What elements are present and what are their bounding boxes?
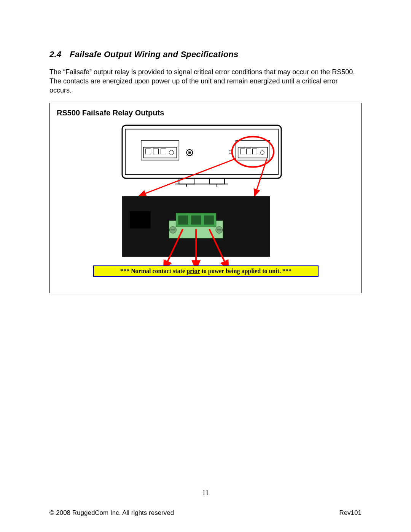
page-number: 11 bbox=[0, 489, 411, 497]
svg-rect-31 bbox=[204, 216, 214, 225]
section-number: 2.4 bbox=[49, 50, 61, 59]
note-underline: prior bbox=[186, 268, 200, 274]
section-title: Failsafe Output Wiring and Specification… bbox=[70, 50, 238, 59]
note-pre: *** Normal contact state bbox=[120, 268, 186, 274]
diagram: Normally Closed Common Normally Open bbox=[50, 122, 361, 285]
footer-copyright: © 2008 RuggedCom Inc. All rights reserve… bbox=[49, 509, 174, 517]
page-footer: © 2008 RuggedCom Inc. All rights reserve… bbox=[49, 509, 362, 517]
svg-rect-30 bbox=[191, 216, 201, 225]
section-heading: 2.4Failsafe Output Wiring and Specificat… bbox=[49, 50, 362, 59]
section-paragraph: The “Failsafe” output relay is provided … bbox=[49, 68, 362, 95]
svg-rect-1 bbox=[125, 129, 278, 174]
figure-box: RS500 Failsafe Relay Outputs bbox=[49, 103, 362, 293]
svg-rect-26 bbox=[130, 211, 151, 228]
figure-title: RS500 Failsafe Relay Outputs bbox=[57, 109, 354, 117]
svg-rect-29 bbox=[178, 216, 188, 225]
note-bar: *** Normal contact state prior to power … bbox=[93, 265, 319, 277]
note-post: to power being applied to unit. *** bbox=[200, 268, 292, 274]
footer-rev: Rev101 bbox=[339, 509, 362, 517]
diagram-svg bbox=[50, 122, 361, 285]
